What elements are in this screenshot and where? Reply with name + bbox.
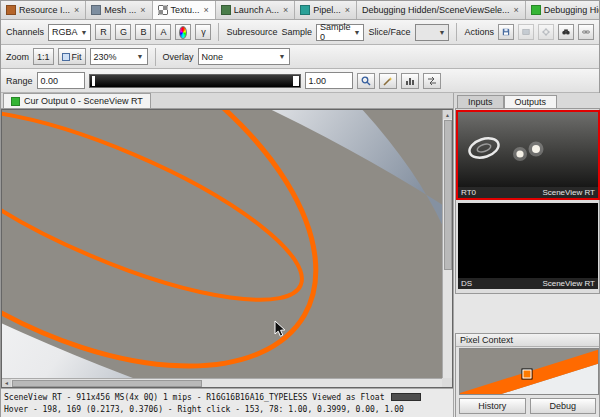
range-label: Range	[6, 76, 33, 86]
io-tab-bar: Inputs Outputs	[454, 93, 600, 108]
histogram-button[interactable]	[401, 73, 419, 89]
follow-binding-button[interactable]	[578, 24, 594, 40]
blue-channel-toggle[interactable]: B	[135, 24, 151, 40]
texture-render	[2, 110, 443, 380]
tab-label: Textu...	[171, 5, 200, 15]
tab-label: Debugging Hidden/SceneViewSele...	[544, 5, 599, 15]
capture-icon	[531, 5, 541, 15]
wand-icon	[383, 76, 393, 86]
hover-color-swatch	[391, 393, 421, 401]
open-texture-list-button[interactable]	[518, 24, 534, 40]
range-max-input[interactable]: 1.00	[305, 72, 353, 89]
close-icon[interactable]: ×	[203, 6, 210, 15]
pixel-info-text: Hover - 198, 169 (0.2173, 0.3706) - Righ…	[4, 405, 404, 414]
link-icon	[582, 27, 590, 37]
find-texture-button[interactable]	[558, 24, 574, 40]
sample-value: Sample 0	[320, 22, 351, 42]
horizontal-scrollbar[interactable]: ◄	[2, 378, 442, 387]
tab-label: Pipel...	[313, 5, 341, 15]
crosshair-icon	[542, 27, 550, 37]
mouse-cursor-icon	[274, 320, 286, 338]
gamma-toggle[interactable]: γ	[195, 24, 211, 40]
custom-display-button[interactable]	[175, 24, 191, 40]
toolbar-separator	[456, 23, 457, 41]
alpha-channel-toggle[interactable]: A	[155, 24, 171, 40]
thumbnail-rt0[interactable]: RT0 SceneView RT	[458, 112, 598, 198]
tab-label: Mesh ...	[104, 5, 136, 15]
zoom-fit-button[interactable]: Fit	[58, 48, 86, 65]
pixel-context-buttons: History Debug	[459, 398, 596, 414]
autofit-range-button[interactable]	[357, 73, 375, 89]
tab-label: Launch A...	[234, 5, 279, 15]
range-min-input[interactable]: 0.00	[37, 72, 85, 89]
range-toolbar: Range 0.00 1.00	[1, 69, 599, 93]
red-channel-toggle[interactable]: R	[95, 24, 111, 40]
launch-application-icon	[221, 5, 231, 15]
zoom-label: Zoom	[6, 52, 29, 62]
texture-info-line: SceneView RT - 911x456 MS(4x 0Q) 1 mips …	[4, 391, 450, 403]
pixel-context-view[interactable]	[459, 348, 599, 395]
thumbnail-caption: DS SceneView RT	[458, 278, 598, 289]
close-icon[interactable]: ×	[139, 6, 146, 15]
tab-outputs[interactable]: Outputs	[504, 95, 558, 108]
chevron-down-icon: ▼	[354, 29, 361, 36]
color-wheel-icon	[179, 26, 187, 39]
tab-texture-viewer[interactable]: Textu... ×	[153, 1, 216, 19]
chevron-down-icon: ▼	[137, 53, 144, 60]
thumbnail-slot: RT0	[461, 188, 476, 197]
slice-face-select[interactable]: ▼	[415, 24, 450, 41]
actions-label: Actions	[464, 27, 494, 37]
sample-label: Sample	[282, 27, 313, 37]
outputs-thumbnail-list: RT0 SceneView RT DS SceneView RT	[455, 108, 600, 294]
close-icon[interactable]: ×	[512, 6, 519, 15]
tab-capture-2[interactable]: Debugging Hidden/SceneViewSele... ×	[526, 1, 599, 19]
vertical-scrollbar[interactable]: ▲	[442, 110, 452, 378]
pixel-info-line: Hover - 198, 169 (0.2173, 0.3706) - Righ…	[4, 403, 450, 415]
range-options-button[interactable]	[423, 73, 441, 89]
close-icon[interactable]: ×	[344, 6, 351, 15]
tab-label: Debugging Hidden/SceneViewSele...	[362, 5, 509, 15]
zoom-level-select[interactable]: 230% ▼	[90, 48, 148, 65]
render-target-icon	[11, 97, 20, 106]
channels-select[interactable]: RGBA ▼	[48, 24, 91, 41]
overlay-select[interactable]: None ▼	[198, 48, 290, 65]
main-tab-bar: Resource I... × Mesh ... × Textu... × La…	[1, 1, 599, 20]
save-icon	[502, 27, 510, 37]
range-black-point-handle[interactable]	[92, 76, 95, 86]
slice-face-label: Slice/Face	[368, 27, 410, 37]
channels-toolbar: Channels RGBA ▼ R G B A γ Subresource Sa…	[1, 20, 599, 45]
debug-button[interactable]: Debug	[530, 398, 597, 414]
range-slider[interactable]	[89, 74, 301, 88]
texture-list-icon	[522, 27, 530, 37]
scroll-up-button[interactable]: ▲	[443, 110, 452, 119]
save-texture-button[interactable]	[498, 24, 514, 40]
reset-range-button[interactable]	[379, 73, 397, 89]
pipeline-state-icon	[300, 5, 310, 15]
current-texture-tab[interactable]: Cur Output 0 - SceneView RT	[3, 93, 151, 108]
sample-select[interactable]: Sample 0 ▼	[316, 24, 364, 41]
binoculars-icon	[562, 27, 570, 37]
texture-viewer-window: Resource I... × Mesh ... × Textu... × La…	[0, 0, 600, 417]
tab-label: Resource I...	[19, 5, 70, 15]
vertical-scroll-thumb[interactable]	[444, 120, 452, 270]
close-icon[interactable]: ×	[282, 6, 289, 15]
tab-launch-application[interactable]: Launch A... ×	[216, 1, 295, 19]
fit-icon	[62, 53, 70, 61]
close-icon[interactable]: ×	[73, 6, 80, 15]
scroll-left-button[interactable]: ◄	[2, 379, 11, 388]
tab-inputs[interactable]: Inputs	[457, 95, 504, 108]
zoom-level-value: 230%	[94, 52, 117, 62]
texture-viewport[interactable]: ▲ ◄	[1, 109, 453, 388]
history-button[interactable]: History	[459, 398, 526, 414]
horizontal-scroll-thumb[interactable]	[12, 380, 202, 387]
tab-mesh-viewer[interactable]: Mesh ... ×	[86, 1, 152, 19]
goto-location-button[interactable]	[538, 24, 554, 40]
tab-capture-1[interactable]: Debugging Hidden/SceneViewSele... ×	[357, 1, 526, 19]
thumbnail-slot: DS	[461, 279, 472, 288]
zoom-1to1-button[interactable]: 1:1	[33, 48, 54, 65]
tab-resource-inspector[interactable]: Resource I... ×	[1, 1, 86, 19]
range-white-point-handle[interactable]	[293, 76, 299, 86]
tab-pipeline-state[interactable]: Pipel... ×	[295, 1, 357, 19]
thumbnail-ds[interactable]: DS SceneView RT	[458, 203, 598, 289]
green-channel-toggle[interactable]: G	[115, 24, 131, 40]
